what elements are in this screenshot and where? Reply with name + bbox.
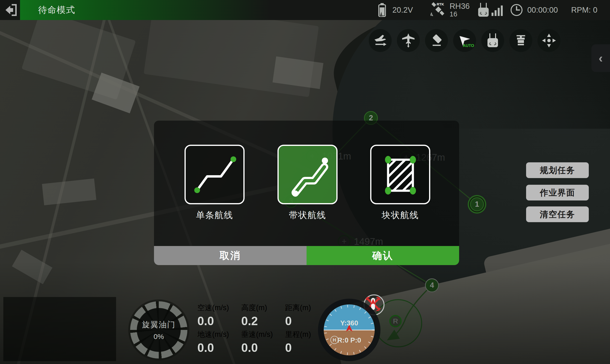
battery-voltage: 20.2V [392, 0, 413, 20]
camera-feed-box[interactable] [3, 297, 116, 361]
mileage-value: 0 [285, 341, 311, 355]
groundspeed-value: 0.0 [197, 341, 229, 355]
rtk-satellite-icon: RTK [430, 0, 446, 20]
option-single-route[interactable] [184, 145, 245, 204]
plane-exit-icon [373, 33, 387, 48]
rtk-status: RH36 16 [450, 0, 470, 20]
dpad-icon [542, 33, 556, 48]
flight-timer: 00:00:00 [527, 0, 558, 20]
climbrate-value: 0.0 [241, 341, 273, 355]
remote-controller-icon [486, 33, 499, 48]
groundspeed-field: 地速(m/s) 0.0 [197, 329, 229, 355]
plane-exit-button[interactable] [369, 29, 392, 52]
distance-label: 距离(m) [285, 303, 311, 313]
clear-mission-button[interactable]: 清空任务 [526, 207, 589, 222]
plan-mission-button[interactable]: 规划任务 [526, 162, 589, 178]
side-panel-toggle[interactable]: ‹ [591, 44, 610, 72]
eraser-button[interactable] [425, 29, 448, 52]
altitude-value: 0.2 [241, 314, 267, 328]
airspeed-field: 空速(m/s) 0.0 [197, 303, 229, 328]
option-label-single: 单条航线 [184, 209, 245, 221]
cancel-button[interactable]: 取消 [154, 246, 307, 265]
remote-settings-button[interactable] [481, 29, 504, 52]
operation-view-button[interactable]: 作业界面 [526, 185, 589, 200]
band-route-icon [279, 146, 336, 203]
single-route-icon [186, 146, 243, 203]
home-heading-icon: H [330, 336, 338, 344]
auto-mode-button[interactable]: AUTO [453, 29, 476, 52]
attitude-ticks [324, 304, 375, 355]
dpad-button[interactable] [538, 29, 560, 52]
app-screen: R 1 2 3 4 + 1071m + 1267m + 1497m [0, 0, 610, 364]
plane-landing-button[interactable] [397, 29, 420, 52]
spray-pump-button[interactable] [509, 29, 532, 52]
option-band-route[interactable] [277, 145, 337, 204]
chevron-left-icon: ‹ [598, 51, 603, 65]
option-label-block: 块状航线 [370, 209, 430, 221]
confirm-button[interactable]: 确认 [307, 246, 459, 265]
distance-value: 0 [285, 314, 311, 328]
top-right-gradient [300, 14, 610, 129]
remote-controller-icon [477, 0, 490, 20]
mileage-field: 里程(m) 0 [285, 329, 311, 355]
throttle-value: 0% [154, 333, 164, 341]
throttle-dial: 旋翼油门 0% [128, 299, 189, 360]
climbrate-label: 垂速(m/s) [241, 329, 273, 339]
rtk-sat-count: 16 [450, 11, 457, 18]
rpm-readout: RPM: 0 [571, 0, 597, 20]
distance-field: 距离(m) 0 [285, 303, 311, 328]
plane-landing-icon [401, 33, 415, 48]
altitude-label: 高度(m) [241, 303, 267, 313]
auto-label: AUTO [463, 43, 474, 48]
rtk-station-name: RH36 [450, 2, 470, 11]
throttle-label: 旋翼油门 [142, 319, 175, 330]
signal-bars-icon [491, 0, 504, 20]
groundspeed-label: 地速(m/s) [197, 329, 229, 339]
battery-icon [377, 0, 387, 20]
climbrate-field: 垂速(m/s) 0.0 [241, 329, 273, 355]
roll-pitch-readout: R:0 P:0 [318, 336, 380, 344]
yaw-readout: Y:360 [318, 319, 380, 327]
clock-icon [510, 0, 523, 20]
svg-text:RTK: RTK [437, 2, 444, 6]
option-block-route[interactable] [370, 145, 430, 204]
attitude-indicator: Y:360 R:0 P:0 H [318, 299, 380, 361]
eraser-icon [429, 33, 444, 48]
route-type-dialog: 单条航线 带状航线 块状航线 取消 确认 [154, 121, 459, 265]
airspeed-label: 空速(m/s) [197, 303, 229, 313]
status-bar: 待命模式 20.2V RTK RH36 16 [0, 0, 610, 20]
mileage-label: 里程(m) [285, 329, 311, 339]
block-route-icon [371, 146, 429, 203]
flight-mode-title: 待命模式 [38, 0, 75, 20]
airspeed-value: 0.0 [197, 314, 229, 328]
option-label-band: 带状航线 [277, 209, 337, 221]
back-button[interactable] [3, 2, 19, 18]
altitude-field: 高度(m) 0.2 [241, 303, 267, 328]
spray-pump-icon [514, 33, 528, 48]
exit-arrow-icon [4, 4, 18, 16]
